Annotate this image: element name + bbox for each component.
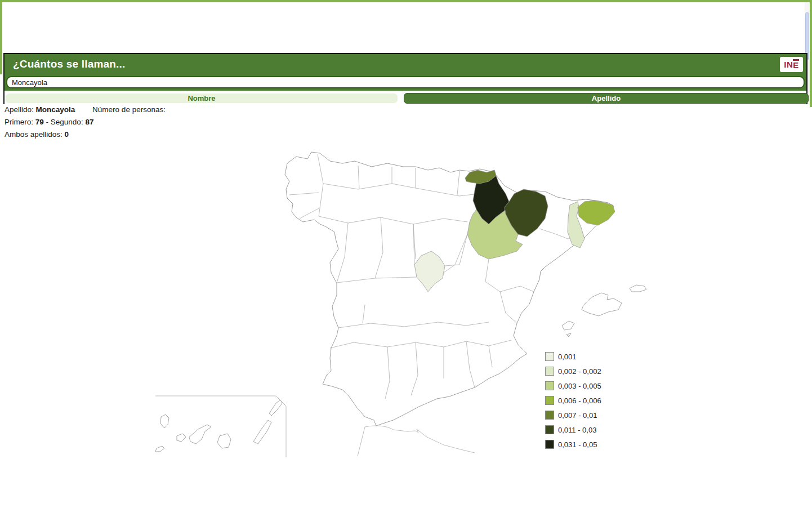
legend-label: 0,006 - 0,006 — [558, 396, 601, 405]
legend-label: 0,007 - 0,01 — [558, 411, 597, 420]
balearic-islands — [562, 285, 646, 337]
apellido-label: Apellido: — [5, 105, 34, 114]
legend-swatch — [545, 440, 554, 449]
results-panel: Apellido: Moncayola Número de personas: … — [5, 104, 166, 141]
primero-label: Primero: — [5, 118, 33, 126]
legend-item: 0,031 - 0,05 — [545, 437, 601, 452]
legend-item: 0,001 — [545, 349, 601, 364]
legend-label: 0,002 - 0,002 — [558, 367, 601, 376]
ine-logo-e: E — [793, 59, 799, 70]
results-line-both: Ambos apellidos: 0 — [5, 128, 166, 141]
results-line-surname: Apellido: Moncayola Número de personas: — [5, 104, 166, 116]
ambos-value: 0 — [65, 130, 69, 139]
legend-swatch — [545, 352, 554, 361]
segundo-value: 87 — [85, 118, 93, 126]
legend-item: 0,011 - 0,03 — [545, 422, 601, 437]
personas-label: Número de personas: — [92, 105, 166, 114]
search-input-strip — [5, 74, 806, 91]
search-widget: ¿Cuántos se llaman... INE Nombre Apellid… — [3, 53, 807, 104]
segundo-label: - Segundo: — [46, 118, 83, 126]
legend-swatch — [545, 396, 554, 405]
legend-item: 0,003 - 0,005 — [545, 378, 601, 393]
map-legend: 0,001 0,002 - 0,002 0,003 - 0,005 0,006 … — [545, 349, 601, 452]
tab-nombre[interactable]: Nombre — [6, 93, 398, 103]
ine-logo[interactable]: INE — [780, 57, 803, 72]
canary-islands — [155, 400, 282, 452]
legend-label: 0,031 - 0,05 — [558, 440, 597, 449]
legend-swatch — [545, 425, 554, 434]
search-input[interactable] — [6, 76, 805, 88]
frame-border-left — [0, 2, 2, 74]
legend-item: 0,007 - 0,01 — [545, 408, 601, 422]
legend-label: 0,001 — [558, 353, 577, 361]
legend-label: 0,003 - 0,005 — [558, 382, 601, 390]
ambos-label: Ambos apellidos: — [5, 130, 63, 139]
header-bar: ¿Cuántos se llaman... INE — [5, 54, 806, 74]
results-line-counts: Primero: 79 - Segundo: 87 — [5, 116, 166, 128]
legend-swatch — [545, 411, 554, 420]
legend-item: 0,002 - 0,002 — [545, 364, 601, 378]
primero-value: 79 — [35, 118, 44, 126]
frame-border-right — [810, 2, 812, 107]
legend-swatch — [545, 381, 554, 390]
legend-swatch — [545, 367, 554, 376]
africa-coastline — [358, 426, 475, 456]
ine-logo-text: IN — [784, 60, 793, 69]
frame-border-top — [0, 0, 812, 2]
tabs-row: Nombre Apellido — [5, 91, 806, 104]
legend-item: 0,006 - 0,006 — [545, 393, 601, 408]
tab-apellido[interactable]: Apellido — [404, 93, 809, 104]
apellido-value: Moncayola — [36, 105, 75, 114]
legend-label: 0,011 - 0,03 — [558, 426, 596, 434]
page-title: ¿Cuántos se llaman... — [13, 58, 126, 70]
